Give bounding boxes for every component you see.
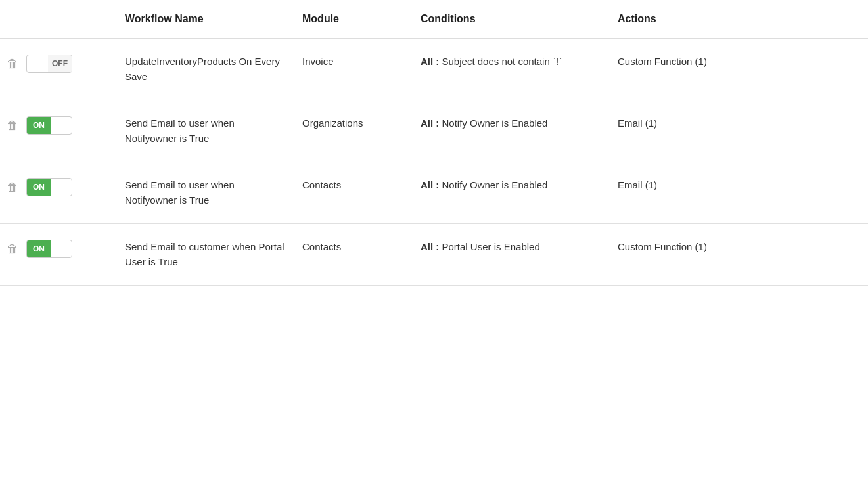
delete-icon[interactable]: 🗑 — [7, 119, 18, 133]
row-controls: 🗑 ON — [0, 240, 118, 258]
table-row: 🗑 ON Send Email to user when Notifyowner… — [0, 100, 868, 162]
action-cell: Custom Function (1) — [611, 55, 782, 70]
table-row: 🗑 ON Send Email to customer when Portal … — [0, 224, 868, 286]
toggle-off-label: OFF — [48, 55, 72, 72]
action-cell: Custom Function (1) — [611, 240, 782, 255]
workflow-name: Send Email to user when Notifyowner is T… — [118, 178, 296, 207]
condition-prefix: All : — [421, 179, 439, 190]
condition-cell: All : Notify Owner is Enabled — [414, 116, 611, 131]
action-cell: Email (1) — [611, 116, 782, 131]
workflow-name: Send Email to customer when Portal User … — [118, 240, 296, 269]
delete-icon[interactable]: 🗑 — [7, 242, 18, 256]
condition-cell: All : Portal User is Enabled — [414, 240, 611, 255]
module-name: Contacts — [296, 240, 414, 255]
header-workflow-name: Workflow Name — [118, 13, 296, 25]
toggle-on-label: ON — [27, 179, 51, 196]
toggle-on-label: ON — [27, 117, 51, 134]
module-name: Invoice — [296, 55, 414, 70]
toggle-switch[interactable]: ON — [26, 240, 72, 258]
condition-text: Notify Owner is Enabled — [442, 179, 548, 190]
header-spacer — [0, 13, 118, 25]
module-name: Contacts — [296, 178, 414, 193]
condition-text: Portal User is Enabled — [442, 241, 540, 252]
condition-prefix: All : — [421, 118, 439, 129]
header-module: Module — [296, 13, 414, 25]
toggle-on-label: ON — [27, 240, 51, 257]
delete-icon[interactable]: 🗑 — [7, 181, 18, 194]
workflow-table: Workflow Name Module Conditions Actions … — [0, 0, 868, 480]
condition-text: Subject does not contain `!` — [442, 56, 562, 67]
condition-prefix: All : — [421, 56, 439, 67]
condition-text: Notify Owner is Enabled — [442, 118, 548, 129]
table-row: 🗑 OFF UpdateInventoryProducts On Every S… — [0, 39, 868, 100]
table-header: Workflow Name Module Conditions Actions — [0, 0, 868, 39]
action-cell: Email (1) — [611, 178, 782, 193]
toggle-switch[interactable]: ON — [26, 178, 72, 196]
table-row: 🗑 ON Send Email to user when Notifyowner… — [0, 162, 868, 224]
condition-prefix: All : — [421, 241, 439, 252]
header-actions: Actions — [611, 13, 782, 25]
row-controls: 🗑 OFF — [0, 55, 118, 73]
workflow-name: Send Email to user when Notifyowner is T… — [118, 116, 296, 146]
toggle-switch[interactable]: OFF — [26, 55, 72, 73]
delete-icon[interactable]: 🗑 — [7, 57, 18, 71]
condition-cell: All : Notify Owner is Enabled — [414, 178, 611, 193]
toggle-switch[interactable]: ON — [26, 116, 72, 135]
workflow-name: UpdateInventoryProducts On Every Save — [118, 55, 296, 84]
module-name: Organizations — [296, 116, 414, 131]
condition-cell: All : Subject does not contain `!` — [414, 55, 611, 70]
header-conditions: Conditions — [414, 13, 611, 25]
row-controls: 🗑 ON — [0, 116, 118, 135]
row-controls: 🗑 ON — [0, 178, 118, 196]
